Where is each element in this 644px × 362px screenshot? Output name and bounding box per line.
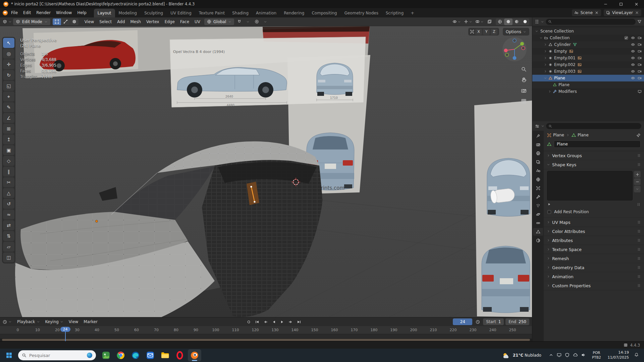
mode-selector[interactable]: Edit Mode — [13, 18, 50, 25]
proportional-editing-toggle[interactable] — [253, 18, 260, 25]
properties-tab-constraints[interactable] — [533, 219, 543, 227]
panel-shape-keys[interactable]: Shape Keys — [544, 160, 644, 169]
show-object-types-button[interactable] — [451, 18, 462, 25]
pan-hand-icon[interactable] — [521, 77, 527, 83]
menu-window[interactable]: Window — [53, 9, 74, 16]
add-workspace-button[interactable]: + — [408, 10, 417, 15]
jump-to-next-keyframe-button[interactable] — [287, 318, 294, 325]
taskbar-app-mail[interactable] — [144, 349, 157, 361]
vertex-select-button[interactable] — [53, 18, 61, 25]
timeline-menu-keying[interactable]: Keying — [43, 318, 66, 325]
reference-plane-blueprint[interactable]: Opel Vectra B 4 door (1994) 2640 — [170, 37, 366, 107]
mirror-y-toggle[interactable]: Y — [483, 29, 490, 35]
tool-select-box[interactable]: ↖ — [3, 38, 14, 48]
datablock-name-field[interactable] — [554, 140, 641, 148]
shape-key-list[interactable] — [547, 171, 633, 200]
pin-icon[interactable] — [636, 133, 641, 137]
weather-widget[interactable]: 21°C Nublado — [499, 352, 545, 359]
breadcrumb-item-0[interactable]: Plane — [547, 133, 564, 137]
scene-selector[interactable]: Scene — [572, 9, 601, 16]
maximize-button[interactable] — [613, 0, 629, 8]
tray-chevron-up-icon[interactable] — [549, 353, 553, 358]
face-select-button[interactable] — [70, 18, 78, 25]
grip-icon[interactable] — [637, 247, 641, 251]
jump-to-end-button[interactable] — [295, 318, 303, 325]
properties-tab-data[interactable] — [533, 228, 543, 236]
properties-tab-material[interactable] — [533, 237, 543, 244]
taskbar-app-opera[interactable] — [173, 349, 186, 361]
timeline-ruler[interactable]: 0102030405060708090100110120130140150160… — [0, 326, 532, 334]
tool-add-cube[interactable]: ⊞ — [3, 124, 14, 134]
tool-edge-slide[interactable]: ⇄ — [3, 220, 14, 230]
grip-icon[interactable] — [637, 256, 641, 260]
tool-annotate[interactable]: ✎ — [3, 102, 14, 112]
tray-volume-icon[interactable] — [581, 353, 586, 358]
timeline-scrollbar[interactable] — [0, 339, 532, 341]
scrollbar-thumb[interactable] — [2, 339, 530, 341]
shading-solid-button[interactable] — [504, 18, 513, 25]
shading-wireframe-button[interactable] — [496, 18, 504, 25]
workspace-tab-shading[interactable]: Shading — [228, 9, 252, 17]
scene-unlink-icon[interactable] — [595, 11, 599, 15]
workspace-tab-layout[interactable]: Layout — [94, 9, 115, 17]
viewport-menu-select[interactable]: Select — [97, 18, 114, 25]
menu-edit[interactable]: Edit — [20, 9, 34, 16]
toggle-projection-icon[interactable] — [521, 99, 527, 104]
properties-tab-object[interactable] — [533, 184, 543, 192]
play-reverse-button[interactable] — [270, 318, 278, 325]
properties-tab-output[interactable] — [533, 149, 543, 157]
add-rest-position-checkbox[interactable]: Add Rest Position — [547, 209, 641, 214]
auto-keying-toggle[interactable] — [245, 318, 253, 325]
panel-attributes[interactable]: Attributes — [544, 236, 644, 245]
proportional-falloff[interactable] — [262, 18, 269, 25]
close-button[interactable] — [629, 0, 644, 8]
jump-to-start-button[interactable] — [253, 318, 261, 325]
panel-geometry-data[interactable]: Geometry Data — [544, 263, 644, 272]
panel-remesh[interactable]: Remesh — [544, 254, 644, 263]
mirror-x-toggle[interactable]: X — [475, 29, 482, 35]
snap-toggle[interactable] — [235, 18, 243, 25]
timeline-menu-view[interactable]: View — [66, 318, 81, 325]
tool-spin[interactable]: ↺ — [3, 199, 14, 209]
workspace-tab-sculpting[interactable]: Sculpting — [141, 9, 167, 17]
panel-animation[interactable]: Animation — [544, 272, 644, 281]
grip-icon[interactable] — [637, 284, 641, 288]
menu-file[interactable]: File — [8, 9, 20, 16]
tool-cursor[interactable]: ◎ — [3, 49, 14, 59]
panel-texture-space[interactable]: Texture Space — [544, 245, 644, 254]
viewport-menu-vertex[interactable]: Vertex — [144, 18, 162, 25]
3d-viewport[interactable]: Edit Mode ViewSelectAddMeshVertexEdgeFac… — [0, 17, 532, 341]
panel-vertex-groups[interactable]: Vertex Groups — [544, 151, 644, 160]
current-frame-field[interactable]: 24 — [453, 318, 472, 325]
grip-icon[interactable] — [637, 163, 641, 167]
minimize-button[interactable] — [598, 0, 613, 8]
frame-start-field[interactable]: Start1 — [483, 318, 504, 325]
shading-rendered-button[interactable] — [521, 18, 529, 25]
options-dropdown[interactable]: Options — [503, 28, 529, 36]
tool-loop-cut[interactable]: ∥ — [3, 167, 14, 177]
properties-tab-particles[interactable] — [533, 202, 543, 209]
viewport-menu-view[interactable]: View — [82, 18, 97, 25]
grip-icon[interactable] — [637, 265, 641, 269]
outliner-row-scene-collection-0[interactable]: Scene Collection — [532, 28, 644, 35]
tray-cloud-icon[interactable] — [573, 353, 578, 358]
properties-tab-tool[interactable] — [533, 132, 543, 140]
properties-tab-physics[interactable] — [533, 210, 543, 218]
properties-tab-world[interactable] — [533, 176, 543, 183]
workspace-tab-compositing[interactable]: Compositing — [308, 9, 340, 17]
viewport-menu-uv[interactable]: UV — [192, 18, 203, 25]
reference-plane-right[interactable] — [474, 101, 532, 317]
viewport-canvas[interactable]: eprints.com Opel Vectra B 4 door (1994) — [0, 26, 532, 317]
tray-monitor-icon[interactable] — [557, 353, 561, 358]
grip-icon[interactable] — [637, 220, 641, 224]
taskbar-search-input[interactable] — [29, 353, 84, 358]
properties-tab-render[interactable] — [533, 141, 543, 148]
taskbar-app-edge[interactable] — [129, 349, 142, 361]
properties-tab-scene[interactable] — [533, 167, 543, 175]
view-layer-selector[interactable]: ViewLayer — [604, 9, 641, 16]
taskbar-search[interactable] — [18, 350, 96, 360]
snap-settings[interactable] — [244, 18, 252, 25]
tool-knife[interactable]: ✂ — [3, 177, 14, 187]
viewport-menu-edge[interactable]: Edge — [162, 18, 177, 25]
taskbar-app-chrome[interactable] — [114, 349, 127, 361]
